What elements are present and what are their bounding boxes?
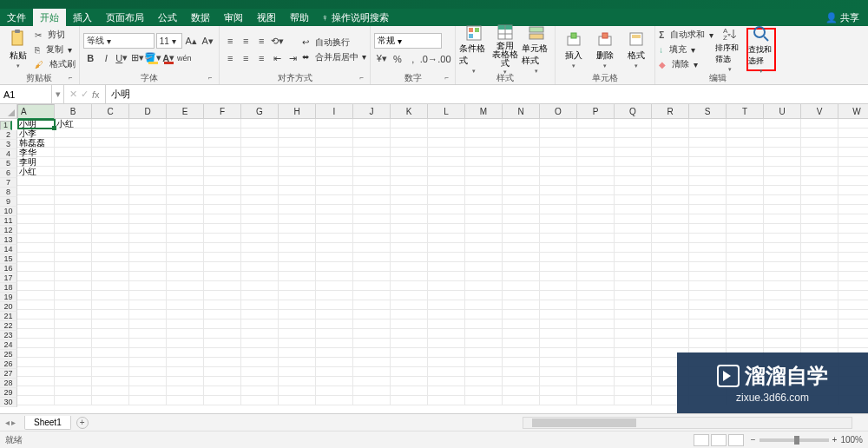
cell[interactable] (428, 348, 465, 358)
cell[interactable] (204, 243, 241, 253)
cell[interactable] (428, 224, 465, 234)
cell[interactable] (689, 253, 727, 262)
cell[interactable] (465, 234, 503, 243)
cell[interactable] (465, 128, 503, 138)
cell[interactable] (167, 348, 204, 358)
cell[interactable] (465, 262, 503, 272)
cell[interactable] (55, 234, 92, 243)
sheet-tab[interactable]: Sheet1 (24, 416, 71, 430)
cell[interactable] (204, 234, 241, 243)
cell[interactable] (316, 339, 353, 348)
column-header[interactable]: S (689, 104, 727, 119)
row-header[interactable]: 18 (0, 283, 17, 293)
cell[interactable] (204, 205, 241, 214)
cell[interactable] (577, 157, 615, 167)
cell[interactable] (241, 386, 279, 396)
cell[interactable] (615, 157, 652, 167)
cell[interactable] (428, 176, 465, 186)
row-header[interactable]: 23 (0, 331, 17, 340)
delete-cells-button[interactable]: 删除▾ (590, 28, 620, 71)
cell[interactable] (204, 272, 241, 281)
cell[interactable] (241, 119, 279, 128)
cell[interactable] (167, 386, 204, 396)
cell[interactable] (353, 291, 391, 300)
cell[interactable] (652, 300, 689, 310)
column-header[interactable]: C (92, 104, 129, 119)
cell[interactable]: 韩磊磊 (17, 138, 55, 148)
cell[interactable] (167, 119, 204, 128)
cell[interactable] (55, 310, 92, 320)
cell[interactable] (503, 186, 540, 195)
cell[interactable] (391, 367, 428, 377)
column-header[interactable]: F (204, 104, 241, 119)
cell[interactable] (652, 148, 689, 157)
cell[interactable] (801, 224, 838, 234)
cell[interactable] (503, 339, 540, 348)
cell[interactable] (465, 377, 503, 386)
cell[interactable] (503, 300, 540, 310)
column-header[interactable]: H (279, 104, 316, 119)
cell[interactable] (167, 272, 204, 281)
cell[interactable] (316, 224, 353, 234)
cell[interactable] (689, 195, 727, 205)
cell[interactable] (428, 234, 465, 243)
row-header[interactable]: 1 (0, 121, 12, 130)
cell[interactable] (241, 128, 279, 138)
cell[interactable] (615, 367, 652, 377)
cell[interactable] (55, 377, 92, 386)
cell[interactable] (55, 367, 92, 377)
cell[interactable] (503, 281, 540, 291)
cell[interactable] (615, 358, 652, 367)
cell[interactable] (615, 234, 652, 243)
cell[interactable] (167, 205, 204, 214)
cell[interactable] (279, 157, 316, 167)
cell[interactable] (428, 291, 465, 300)
find-select-button[interactable]: 查找和选择▾ (746, 28, 776, 71)
cell[interactable] (241, 234, 279, 243)
cell[interactable] (652, 138, 689, 148)
cell[interactable] (204, 148, 241, 157)
cell[interactable] (316, 195, 353, 205)
cell[interactable] (92, 320, 129, 329)
cell[interactable] (652, 128, 689, 138)
cell[interactable] (353, 224, 391, 234)
cell[interactable] (727, 310, 764, 320)
cell[interactable] (577, 119, 615, 128)
cell[interactable] (428, 386, 465, 396)
cell[interactable] (615, 281, 652, 291)
cell[interactable] (727, 214, 764, 224)
cell[interactable] (55, 157, 92, 167)
cell[interactable] (615, 377, 652, 386)
cell[interactable] (241, 138, 279, 148)
cell[interactable] (391, 386, 428, 396)
cell[interactable] (279, 214, 316, 224)
zoom-level[interactable]: 100% (840, 435, 863, 445)
cell[interactable] (279, 176, 316, 186)
cell[interactable] (503, 148, 540, 157)
cell[interactable] (764, 138, 801, 148)
cell[interactable] (316, 386, 353, 396)
cell[interactable] (652, 195, 689, 205)
cell[interactable] (167, 377, 204, 386)
cell[interactable] (17, 329, 55, 339)
cell[interactable] (577, 329, 615, 339)
cell[interactable] (316, 157, 353, 167)
cell[interactable] (391, 291, 428, 300)
cell[interactable] (615, 386, 652, 396)
merge-center-button[interactable]: ⬌ 合并后居中 ▾ (302, 50, 367, 64)
column-header[interactable]: T (727, 104, 764, 119)
cell[interactable] (503, 176, 540, 186)
cell[interactable]: 小红 (55, 119, 92, 128)
cell[interactable] (838, 291, 868, 300)
cell[interactable] (204, 253, 241, 262)
cell[interactable] (577, 128, 615, 138)
cell[interactable] (353, 329, 391, 339)
cell[interactable] (689, 138, 727, 148)
cell[interactable] (167, 167, 204, 176)
cell[interactable] (92, 386, 129, 396)
cell[interactable] (801, 262, 838, 272)
cell[interactable] (428, 329, 465, 339)
cell[interactable] (353, 320, 391, 329)
cell[interactable] (652, 234, 689, 243)
cell[interactable] (55, 348, 92, 358)
